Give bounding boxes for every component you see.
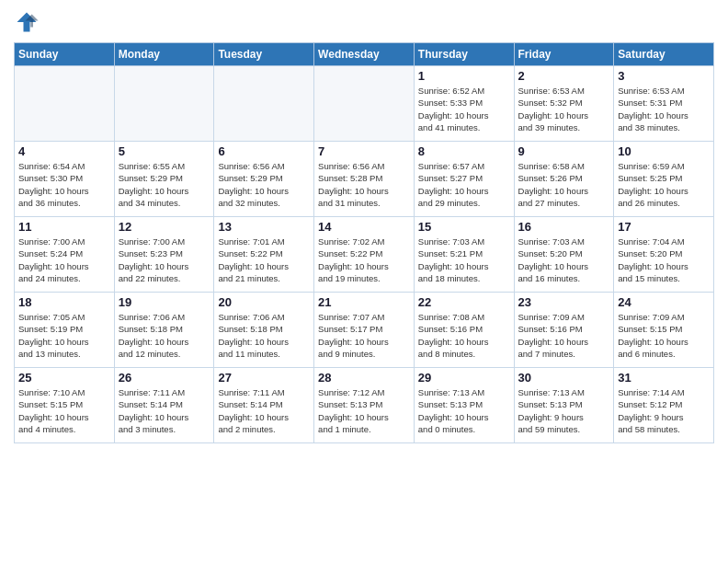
day-number: 20 xyxy=(218,295,310,309)
logo xyxy=(14,9,43,35)
day-info: Sunrise: 7:13 AM Sunset: 5:13 PM Dayligh… xyxy=(418,386,510,435)
day-info: Sunrise: 7:00 AM Sunset: 5:24 PM Dayligh… xyxy=(18,236,110,284)
day-number: 12 xyxy=(119,220,210,234)
day-number: 5 xyxy=(119,144,210,158)
day-info: Sunrise: 7:05 AM Sunset: 5:19 PM Dayligh… xyxy=(18,311,110,360)
calendar-cell: 6Sunrise: 6:56 AM Sunset: 5:29 PM Daylig… xyxy=(214,142,314,217)
day-info: Sunrise: 7:11 AM Sunset: 5:14 PM Dayligh… xyxy=(218,386,310,435)
day-number: 27 xyxy=(218,371,310,385)
calendar-cell xyxy=(214,66,314,142)
calendar-cell xyxy=(15,66,115,142)
day-info: Sunrise: 6:53 AM Sunset: 5:32 PM Dayligh… xyxy=(518,85,610,133)
day-number: 7 xyxy=(318,144,410,158)
day-number: 29 xyxy=(418,371,510,385)
calendar-cell: 15Sunrise: 7:03 AM Sunset: 5:21 PM Dayli… xyxy=(414,217,514,293)
day-info: Sunrise: 7:04 AM Sunset: 5:20 PM Dayligh… xyxy=(618,236,710,284)
day-number: 15 xyxy=(418,220,510,234)
weekday-header-friday: Friday xyxy=(514,43,614,66)
calendar-cell xyxy=(114,66,214,142)
day-info: Sunrise: 7:08 AM Sunset: 5:16 PM Dayligh… xyxy=(418,311,510,360)
weekday-header-saturday: Saturday xyxy=(614,43,714,66)
day-info: Sunrise: 7:03 AM Sunset: 5:21 PM Dayligh… xyxy=(418,236,510,284)
svg-marker-0 xyxy=(17,13,37,32)
day-info: Sunrise: 7:00 AM Sunset: 5:23 PM Dayligh… xyxy=(119,236,210,284)
day-info: Sunrise: 6:59 AM Sunset: 5:25 PM Dayligh… xyxy=(618,160,710,209)
calendar-cell: 18Sunrise: 7:05 AM Sunset: 5:19 PM Dayli… xyxy=(15,293,115,368)
calendar-cell: 23Sunrise: 7:09 AM Sunset: 5:16 PM Dayli… xyxy=(514,293,614,368)
day-number: 4 xyxy=(18,144,110,158)
calendar-cell: 4Sunrise: 6:54 AM Sunset: 5:30 PM Daylig… xyxy=(15,142,115,217)
calendar-cell: 24Sunrise: 7:09 AM Sunset: 5:15 PM Dayli… xyxy=(614,293,714,368)
calendar-cell: 17Sunrise: 7:04 AM Sunset: 5:20 PM Dayli… xyxy=(614,217,714,293)
calendar-table: SundayMondayTuesdayWednesdayThursdayFrid… xyxy=(14,42,714,443)
day-number: 28 xyxy=(318,371,410,385)
day-info: Sunrise: 6:53 AM Sunset: 5:31 PM Dayligh… xyxy=(618,85,710,133)
day-number: 31 xyxy=(618,371,710,385)
day-info: Sunrise: 6:57 AM Sunset: 5:27 PM Dayligh… xyxy=(418,160,510,209)
day-number: 16 xyxy=(518,220,610,234)
calendar-cell: 29Sunrise: 7:13 AM Sunset: 5:13 PM Dayli… xyxy=(414,368,514,443)
day-number: 2 xyxy=(518,69,610,83)
day-number: 26 xyxy=(119,371,210,385)
day-info: Sunrise: 7:09 AM Sunset: 5:15 PM Dayligh… xyxy=(618,311,710,360)
calendar-cell: 2Sunrise: 6:53 AM Sunset: 5:32 PM Daylig… xyxy=(514,66,614,142)
day-info: Sunrise: 7:01 AM Sunset: 5:22 PM Dayligh… xyxy=(218,236,310,284)
calendar-cell: 19Sunrise: 7:06 AM Sunset: 5:18 PM Dayli… xyxy=(114,293,214,368)
calendar-cell: 5Sunrise: 6:55 AM Sunset: 5:29 PM Daylig… xyxy=(114,142,214,217)
calendar-cell: 31Sunrise: 7:14 AM Sunset: 5:12 PM Dayli… xyxy=(614,368,714,443)
weekday-header-monday: Monday xyxy=(114,43,214,66)
day-info: Sunrise: 6:56 AM Sunset: 5:28 PM Dayligh… xyxy=(318,160,410,209)
calendar-cell: 10Sunrise: 6:59 AM Sunset: 5:25 PM Dayli… xyxy=(614,142,714,217)
day-number: 21 xyxy=(318,295,410,309)
day-info: Sunrise: 7:07 AM Sunset: 5:17 PM Dayligh… xyxy=(318,311,410,360)
day-number: 19 xyxy=(119,295,210,309)
day-info: Sunrise: 7:02 AM Sunset: 5:22 PM Dayligh… xyxy=(318,236,410,284)
calendar-cell: 14Sunrise: 7:02 AM Sunset: 5:22 PM Dayli… xyxy=(314,217,415,293)
day-number: 30 xyxy=(518,371,610,385)
calendar-cell: 8Sunrise: 6:57 AM Sunset: 5:27 PM Daylig… xyxy=(414,142,514,217)
day-number: 11 xyxy=(18,220,110,234)
week-row-4: 18Sunrise: 7:05 AM Sunset: 5:19 PM Dayli… xyxy=(15,293,714,368)
calendar-cell: 25Sunrise: 7:10 AM Sunset: 5:15 PM Dayli… xyxy=(15,368,115,443)
day-number: 10 xyxy=(618,144,710,158)
day-number: 13 xyxy=(218,220,310,234)
calendar-cell: 11Sunrise: 7:00 AM Sunset: 5:24 PM Dayli… xyxy=(15,217,115,293)
calendar-cell: 16Sunrise: 7:03 AM Sunset: 5:20 PM Dayli… xyxy=(514,217,614,293)
day-info: Sunrise: 6:52 AM Sunset: 5:33 PM Dayligh… xyxy=(418,85,510,133)
calendar-cell: 28Sunrise: 7:12 AM Sunset: 5:13 PM Dayli… xyxy=(314,368,415,443)
weekday-header-tuesday: Tuesday xyxy=(214,43,314,66)
day-info: Sunrise: 6:55 AM Sunset: 5:29 PM Dayligh… xyxy=(119,160,210,209)
day-number: 3 xyxy=(618,69,710,83)
day-number: 23 xyxy=(518,295,610,309)
day-info: Sunrise: 7:09 AM Sunset: 5:16 PM Dayligh… xyxy=(518,311,610,360)
day-number: 17 xyxy=(618,220,710,234)
weekday-header-wednesday: Wednesday xyxy=(314,43,415,66)
calendar-cell: 1Sunrise: 6:52 AM Sunset: 5:33 PM Daylig… xyxy=(414,66,514,142)
day-number: 8 xyxy=(418,144,510,158)
calendar-cell: 22Sunrise: 7:08 AM Sunset: 5:16 PM Dayli… xyxy=(414,293,514,368)
week-row-2: 4Sunrise: 6:54 AM Sunset: 5:30 PM Daylig… xyxy=(15,142,714,217)
calendar-cell: 12Sunrise: 7:00 AM Sunset: 5:23 PM Dayli… xyxy=(114,217,214,293)
day-number: 24 xyxy=(618,295,710,309)
calendar-cell xyxy=(314,66,415,142)
calendar-cell: 9Sunrise: 6:58 AM Sunset: 5:26 PM Daylig… xyxy=(514,142,614,217)
calendar-cell: 21Sunrise: 7:07 AM Sunset: 5:17 PM Dayli… xyxy=(314,293,415,368)
weekday-header-thursday: Thursday xyxy=(414,43,514,66)
weekday-header-row: SundayMondayTuesdayWednesdayThursdayFrid… xyxy=(15,43,714,66)
week-row-5: 25Sunrise: 7:10 AM Sunset: 5:15 PM Dayli… xyxy=(15,368,714,443)
calendar-cell: 26Sunrise: 7:11 AM Sunset: 5:14 PM Dayli… xyxy=(114,368,214,443)
day-info: Sunrise: 7:10 AM Sunset: 5:15 PM Dayligh… xyxy=(18,386,110,435)
calendar-cell: 3Sunrise: 6:53 AM Sunset: 5:31 PM Daylig… xyxy=(614,66,714,142)
day-number: 14 xyxy=(318,220,410,234)
day-number: 18 xyxy=(18,295,110,309)
week-row-1: 1Sunrise: 6:52 AM Sunset: 5:33 PM Daylig… xyxy=(15,66,714,142)
day-number: 1 xyxy=(418,69,510,83)
logo-icon xyxy=(14,9,40,35)
day-info: Sunrise: 6:54 AM Sunset: 5:30 PM Dayligh… xyxy=(18,160,110,209)
day-info: Sunrise: 6:56 AM Sunset: 5:29 PM Dayligh… xyxy=(218,160,310,209)
calendar-cell: 27Sunrise: 7:11 AM Sunset: 5:14 PM Dayli… xyxy=(214,368,314,443)
calendar-cell: 13Sunrise: 7:01 AM Sunset: 5:22 PM Dayli… xyxy=(214,217,314,293)
day-number: 6 xyxy=(218,144,310,158)
day-number: 9 xyxy=(518,144,610,158)
day-info: Sunrise: 7:06 AM Sunset: 5:18 PM Dayligh… xyxy=(119,311,210,360)
